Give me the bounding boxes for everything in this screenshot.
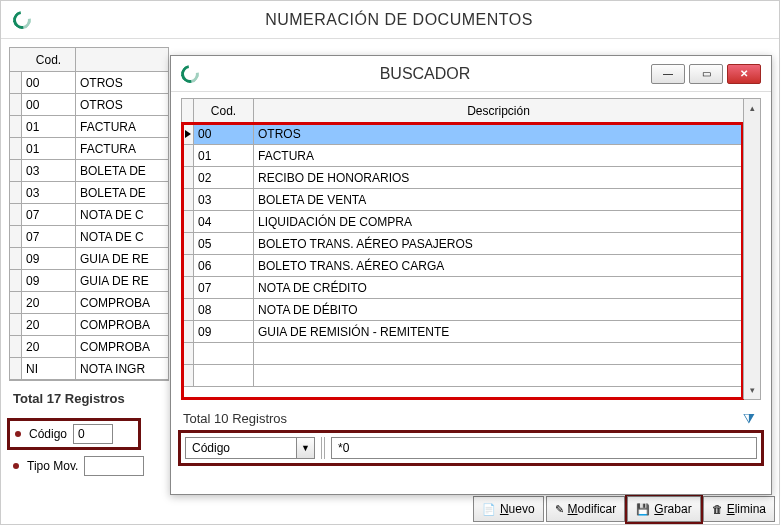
table-row[interactable]: 09GUIA DE RE xyxy=(10,270,168,292)
table-row[interactable]: 01FACTURA xyxy=(10,138,168,160)
list-item[interactable]: 08NOTA DE DÉBITO xyxy=(182,299,743,321)
main-title: NUMERACIÓN DE DOCUMENTOS xyxy=(31,11,767,29)
elimina-button[interactable]: 🗑 Elimina xyxy=(703,496,775,522)
bullet-icon xyxy=(13,463,19,469)
dialog-title: BUSCADOR xyxy=(199,65,651,83)
table-row[interactable]: 20COMPROBA xyxy=(10,336,168,358)
table-row[interactable]: 03BOLETA DE xyxy=(10,160,168,182)
table-row[interactable]: 07NOTA DE C xyxy=(10,226,168,248)
list-item[interactable]: 07NOTA DE CRÉDITO xyxy=(182,277,743,299)
list-item-empty xyxy=(182,365,743,387)
close-button[interactable]: ✕ xyxy=(727,64,761,84)
codigo-input[interactable] xyxy=(73,424,113,444)
maximize-button[interactable]: ▭ xyxy=(689,64,723,84)
save-icon: 💾 xyxy=(636,503,650,516)
filter-field-dropdown[interactable]: Código ▼ xyxy=(185,437,315,459)
separator xyxy=(321,437,325,459)
scrollbar-vertical[interactable]: ▴ ▾ xyxy=(743,99,760,399)
dlg-th-desc: Descripción xyxy=(254,99,743,122)
table-row[interactable]: 01FACTURA xyxy=(10,116,168,138)
dialog-titlebar: BUSCADOR — ▭ ✕ xyxy=(171,56,771,92)
dlg-th-cod: Cod. xyxy=(194,99,254,122)
buscador-total: Total 10 Registros xyxy=(183,411,287,426)
table-row[interactable]: 03BOLETA DE xyxy=(10,182,168,204)
bullet-icon xyxy=(15,431,21,437)
scroll-down-icon[interactable]: ▾ xyxy=(750,385,755,395)
list-item[interactable]: 03BOLETA DE VENTA xyxy=(182,189,743,211)
new-icon: 📄 xyxy=(482,503,496,516)
codigo-label: Código xyxy=(29,427,67,441)
list-item[interactable]: 00OTROS xyxy=(182,123,743,145)
edit-icon: ✎ xyxy=(555,503,564,516)
filter-field-value: Código xyxy=(186,441,296,455)
list-item[interactable]: 05BOLETO TRANS. AÉREO PASAJEROS xyxy=(182,233,743,255)
chevron-down-icon[interactable]: ▼ xyxy=(296,438,314,458)
delete-icon: 🗑 xyxy=(712,503,723,515)
table-row[interactable]: 20COMPROBA xyxy=(10,314,168,336)
table-row[interactable]: 07NOTA DE C xyxy=(10,204,168,226)
buscador-dialog: BUSCADOR — ▭ ✕ Cod. Descripción 00OTROS0… xyxy=(170,55,772,495)
bottom-toolbar: 📄 Nuevo ✎ Modificar 💾 Grabar 🗑 Elimina xyxy=(473,496,775,522)
tipomov-input[interactable] xyxy=(84,456,144,476)
buscador-total-row: Total 10 Registros ⧩ xyxy=(181,400,761,433)
codigo-field-row: Código xyxy=(9,420,139,448)
filter-row: Código ▼ xyxy=(181,433,761,463)
tipomov-label: Tipo Mov. xyxy=(27,459,78,473)
list-item[interactable]: 06BOLETO TRANS. AÉREO CARGA xyxy=(182,255,743,277)
list-item[interactable]: 04LIQUIDACIÓN DE COMPRA xyxy=(182,211,743,233)
filter-value-input[interactable] xyxy=(331,437,757,459)
buscador-rows: 00OTROS01FACTURA02RECIBO DE HONORARIOS03… xyxy=(182,123,743,399)
modificar-button[interactable]: ✎ Modificar xyxy=(546,496,626,522)
list-item[interactable]: 02RECIBO DE HONORARIOS xyxy=(182,167,743,189)
current-row-icon xyxy=(185,130,191,138)
list-item-empty xyxy=(182,343,743,365)
table-row[interactable]: NINOTA INGR xyxy=(10,358,168,380)
buscador-table: Cod. Descripción 00OTROS01FACTURA02RECIB… xyxy=(181,98,761,400)
minimize-button[interactable]: — xyxy=(651,64,685,84)
list-item[interactable]: 09GUIA DE REMISIÓN - REMITENTE xyxy=(182,321,743,343)
main-table: Cod. 00OTROS00OTROS01FACTURA01FACTURA03B… xyxy=(9,47,169,381)
table-row[interactable]: 09GUIA DE RE xyxy=(10,248,168,270)
scroll-up-icon[interactable]: ▴ xyxy=(750,103,755,113)
nuevo-button[interactable]: 📄 Nuevo xyxy=(473,496,544,522)
table-row[interactable]: 00OTROS xyxy=(10,94,168,116)
table-row[interactable]: 00OTROS xyxy=(10,72,168,94)
main-titlebar: NUMERACIÓN DE DOCUMENTOS xyxy=(1,1,779,39)
main-th-cod: Cod. xyxy=(22,48,76,71)
table-row[interactable]: 20COMPROBA xyxy=(10,292,168,314)
list-item[interactable]: 01FACTURA xyxy=(182,145,743,167)
grabar-button[interactable]: 💾 Grabar xyxy=(627,496,700,522)
filter-icon[interactable]: ⧩ xyxy=(743,410,755,427)
